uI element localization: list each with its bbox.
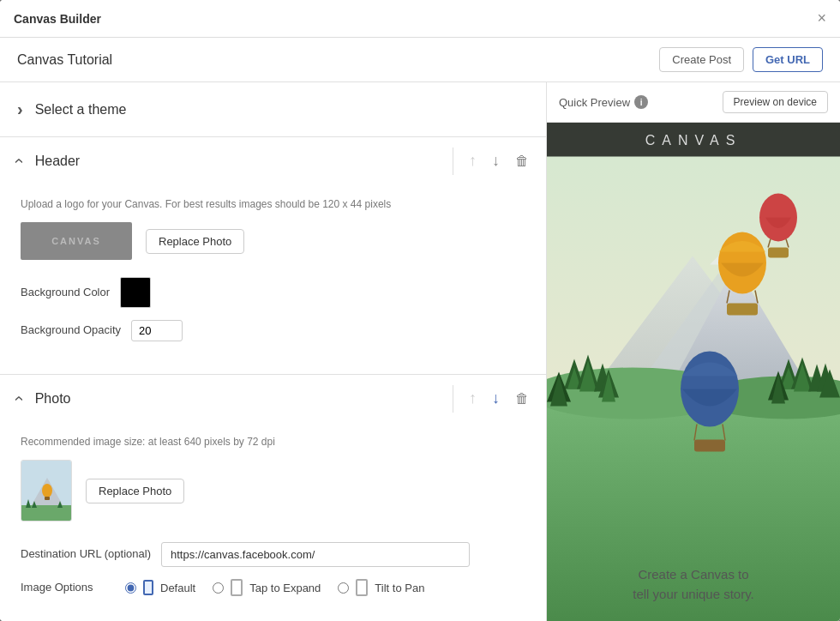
create-post-button[interactable]: Create Post [659, 47, 744, 72]
background-opacity-row: Background Opacity 20 [21, 320, 525, 341]
header-section-header[interactable]: ‹ Header ↑ ↓ 🗑 [0, 137, 546, 184]
photo-actions-separator [453, 385, 453, 413]
canvas-preview: CANVAS Create a Canvas to tell your uniq… [547, 123, 840, 621]
photo-move-up-button[interactable]: ↑ [465, 388, 480, 409]
phone-icon-default [143, 580, 153, 595]
header-section-title: Header [35, 154, 80, 169]
image-options-row: Image Options Default [21, 579, 525, 596]
svg-rect-41 [727, 304, 758, 316]
photo-thumbnail [21, 460, 72, 522]
info-icon[interactable]: i [634, 95, 648, 109]
photo-delete-button[interactable]: 🗑 [512, 389, 532, 408]
photo-hint-text: Recommended image size: at least 640 pix… [21, 436, 525, 448]
header-chevron-icon: ‹ [10, 158, 30, 164]
header-section: ‹ Header ↑ ↓ 🗑 Upload a logo for your Ca… [0, 137, 546, 375]
photo-section: ‹ Photo ↑ ↓ 🗑 Recommended image size: at… [0, 375, 546, 621]
option-default-label: Default [160, 582, 195, 594]
svg-text:CANVAS: CANVAS [645, 133, 742, 148]
option-tap-expand-radio[interactable] [213, 582, 224, 594]
photo-upload-area: CANVAS Replace Photo [21, 222, 525, 260]
background-opacity-label: Background Opacity [21, 323, 121, 338]
photo-section-title: Photo [35, 391, 71, 407]
photo-placeholder-text: CANVAS [51, 236, 101, 246]
preview-bar: Quick Preview i Preview on device [547, 82, 840, 123]
image-options-choices: Default Tap to Expand [125, 579, 424, 596]
svg-point-6 [42, 484, 52, 497]
preview-text-line1: Create a Canvas to [547, 565, 840, 585]
background-color-swatch[interactable] [120, 277, 151, 308]
background-opacity-input[interactable]: 20 [131, 320, 183, 341]
photo-placeholder: CANVAS [21, 222, 132, 260]
destination-url-input[interactable] [161, 542, 470, 567]
option-tilt-pan[interactable]: Tilt to Pan [338, 579, 424, 596]
photo-replace-photo-button[interactable]: Replace Photo [86, 479, 184, 503]
photo-section-body: Recommended image size: at least 640 pix… [0, 422, 546, 621]
header-move-down-button[interactable]: ↓ [489, 150, 503, 172]
canvas-builder-modal: Canvas Builder × Canvas Tutorial Create … [0, 0, 840, 621]
destination-url-row: Destination URL (optional) [21, 539, 525, 567]
header-actions-separator [453, 148, 453, 175]
svg-rect-37 [768, 248, 789, 258]
header-delete-button[interactable]: 🗑 [512, 152, 532, 171]
modal-body: › Select a theme ‹ Header ↑ ↓ 🗑 [0, 82, 840, 621]
option-tap-expand-label: Tap to Expand [249, 582, 321, 594]
background-color-label: Background Color [21, 286, 110, 300]
quick-preview-text: Quick Preview [559, 96, 630, 109]
right-panel: Quick Preview i Preview on device [547, 82, 840, 621]
theme-chevron-right-icon: › [17, 99, 23, 119]
theme-row[interactable]: › Select a theme [0, 82, 546, 137]
header-move-up-button[interactable]: ↑ [465, 150, 480, 172]
photo-chevron-icon: ‹ [10, 395, 30, 401]
photo-section-header[interactable]: ‹ Photo ↑ ↓ 🗑 [0, 375, 546, 422]
get-url-button[interactable]: Get URL [753, 47, 823, 72]
svg-rect-7 [45, 497, 50, 500]
destination-url-label: Destination URL (optional) [21, 542, 151, 562]
header-bar: Canvas Tutorial Create Post Get URL [0, 38, 840, 82]
photo-upload-area-2: Replace Photo [21, 460, 525, 522]
option-default-radio[interactable] [125, 582, 136, 594]
svg-rect-45 [694, 440, 725, 452]
header-section-actions: ↑ ↓ 🗑 [449, 148, 532, 175]
header-section-body: Upload a logo for your Canvas. For best … [0, 184, 546, 374]
preview-bottom-text: Create a Canvas to tell your unique stor… [547, 565, 840, 604]
option-tap-expand[interactable]: Tap to Expand [213, 579, 321, 596]
option-tilt-pan-label: Tilt to Pan [375, 582, 424, 594]
preview-text-line2: tell your unique story. [547, 585, 840, 605]
theme-section-title: Select a theme [35, 102, 127, 118]
title-bar: Canvas Builder × [0, 0, 840, 38]
phone-icon-tilt [356, 579, 368, 596]
option-tilt-pan-radio[interactable] [338, 582, 349, 594]
modal-overlay: Canvas Builder × Canvas Tutorial Create … [0, 0, 840, 621]
preview-device-button[interactable]: Preview on device [723, 91, 828, 113]
quick-preview-label: Quick Preview i [559, 95, 648, 109]
image-options-label: Image Options [21, 581, 115, 595]
modal-title: Canvas Builder [14, 12, 101, 26]
header-actions: Create Post Get URL [659, 47, 823, 72]
close-button[interactable]: × [817, 9, 826, 27]
canvas-name: Canvas Tutorial [17, 52, 112, 68]
phone-icon-tap [231, 579, 243, 596]
header-hint-text: Upload a logo for your Canvas. For best … [21, 198, 525, 210]
background-color-row: Background Color [21, 277, 525, 308]
left-panel: › Select a theme ‹ Header ↑ ↓ 🗑 [0, 82, 547, 621]
photo-move-down-button[interactable]: ↓ [489, 388, 503, 409]
photo-section-actions: ↑ ↓ 🗑 [449, 385, 532, 413]
option-default[interactable]: Default [125, 580, 195, 595]
header-replace-photo-button[interactable]: Replace Photo [146, 229, 244, 254]
